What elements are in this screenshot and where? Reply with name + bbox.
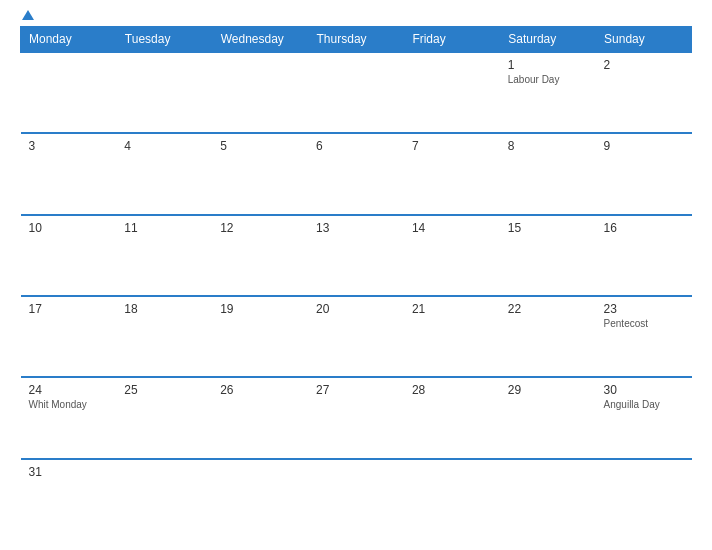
calendar-day-cell: 28 [404,377,500,458]
calendar-day-cell: 9 [596,133,692,214]
day-number: 7 [412,139,492,153]
day-number: 3 [29,139,109,153]
day-number: 5 [220,139,300,153]
day-number: 18 [124,302,204,316]
logo [20,10,34,20]
calendar-day-cell: 1Labour Day [500,52,596,133]
calendar-day-cell [308,459,404,540]
calendar-day-cell: 17 [21,296,117,377]
calendar-day-cell [596,459,692,540]
holiday-name: Whit Monday [29,399,109,410]
day-number: 2 [604,58,684,72]
logo-triangle-icon [22,10,34,20]
weekday-header-thursday: Thursday [308,27,404,53]
calendar-week-row: 10111213141516 [21,215,692,296]
calendar-day-cell: 12 [212,215,308,296]
calendar-day-cell [500,459,596,540]
calendar-day-cell [308,52,404,133]
calendar-day-cell: 4 [116,133,212,214]
day-number: 31 [29,465,109,479]
weekday-header-wednesday: Wednesday [212,27,308,53]
day-number: 27 [316,383,396,397]
calendar-week-row: 31 [21,459,692,540]
day-number: 1 [508,58,588,72]
day-number: 30 [604,383,684,397]
day-number: 8 [508,139,588,153]
calendar-day-cell: 25 [116,377,212,458]
calendar-day-cell: 31 [21,459,117,540]
calendar-day-cell: 30Anguilla Day [596,377,692,458]
day-number: 11 [124,221,204,235]
calendar-day-cell: 24Whit Monday [21,377,117,458]
calendar-week-row: 24Whit Monday252627282930Anguilla Day [21,377,692,458]
day-number: 26 [220,383,300,397]
day-number: 12 [220,221,300,235]
calendar-day-cell: 3 [21,133,117,214]
calendar-week-row: 1Labour Day2 [21,52,692,133]
calendar-day-cell: 22 [500,296,596,377]
day-number: 9 [604,139,684,153]
calendar-day-cell: 23Pentecost [596,296,692,377]
top-bar [20,10,692,20]
calendar-day-cell: 8 [500,133,596,214]
holiday-name: Anguilla Day [604,399,684,410]
weekday-header-row: MondayTuesdayWednesdayThursdayFridaySatu… [21,27,692,53]
day-number: 23 [604,302,684,316]
day-number: 21 [412,302,492,316]
calendar-week-row: 3456789 [21,133,692,214]
weekday-header-sunday: Sunday [596,27,692,53]
calendar-day-cell [116,52,212,133]
calendar-week-row: 17181920212223Pentecost [21,296,692,377]
weekday-header-saturday: Saturday [500,27,596,53]
calendar-day-cell: 15 [500,215,596,296]
calendar-day-cell: 2 [596,52,692,133]
calendar-day-cell: 26 [212,377,308,458]
weekday-header-monday: Monday [21,27,117,53]
day-number: 20 [316,302,396,316]
day-number: 16 [604,221,684,235]
calendar-day-cell: 10 [21,215,117,296]
day-number: 15 [508,221,588,235]
calendar-day-cell: 5 [212,133,308,214]
calendar-day-cell: 18 [116,296,212,377]
day-number: 19 [220,302,300,316]
calendar-day-cell: 27 [308,377,404,458]
day-number: 13 [316,221,396,235]
calendar-day-cell: 7 [404,133,500,214]
day-number: 24 [29,383,109,397]
day-number: 6 [316,139,396,153]
weekday-header-tuesday: Tuesday [116,27,212,53]
calendar-day-cell [21,52,117,133]
day-number: 28 [412,383,492,397]
day-number: 25 [124,383,204,397]
day-number: 29 [508,383,588,397]
weekday-header-friday: Friday [404,27,500,53]
holiday-name: Pentecost [604,318,684,329]
day-number: 14 [412,221,492,235]
calendar-day-cell: 20 [308,296,404,377]
day-number: 10 [29,221,109,235]
calendar-day-cell: 19 [212,296,308,377]
calendar-table: MondayTuesdayWednesdayThursdayFridaySatu… [20,26,692,540]
calendar-day-cell: 21 [404,296,500,377]
calendar-day-cell [116,459,212,540]
calendar-day-cell: 6 [308,133,404,214]
day-number: 4 [124,139,204,153]
calendar-day-cell [404,459,500,540]
calendar-day-cell: 13 [308,215,404,296]
calendar-day-cell: 16 [596,215,692,296]
calendar-day-cell: 29 [500,377,596,458]
calendar-day-cell [212,52,308,133]
calendar-day-cell: 14 [404,215,500,296]
holiday-name: Labour Day [508,74,588,85]
calendar-day-cell [212,459,308,540]
calendar-day-cell: 11 [116,215,212,296]
day-number: 17 [29,302,109,316]
calendar-day-cell [404,52,500,133]
day-number: 22 [508,302,588,316]
